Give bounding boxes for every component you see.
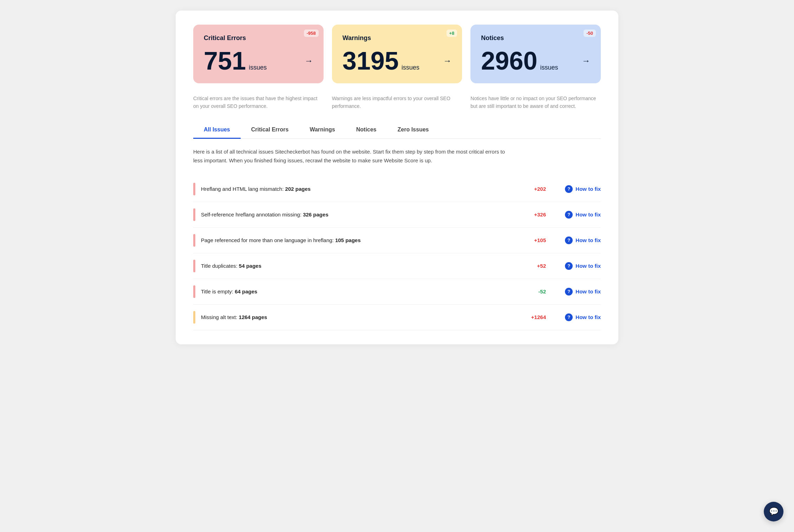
tab-critical[interactable]: Critical Errors	[241, 122, 299, 139]
issue-indicator-3	[193, 234, 195, 247]
card-title-critical: Critical Errors	[204, 34, 313, 42]
issue-indicator-4	[193, 260, 195, 272]
how-to-fix-label-3: How to fix	[575, 237, 601, 243]
tab-zero[interactable]: Zero Issues	[387, 122, 440, 139]
summary-card-warnings[interactable]: +8 Warnings 3195 issues →	[332, 25, 462, 83]
summary-desc-notices: Notices have little or no impact on your…	[470, 95, 601, 110]
summary-desc-critical: Critical errors are the issues that have…	[193, 95, 324, 110]
issue-text-3: Page referenced for more than one langua…	[201, 237, 516, 243]
count-label-critical: issues	[249, 64, 267, 71]
summary-descriptions: Critical errors are the issues that have…	[193, 95, 601, 110]
summary-desc-warnings: Warnings are less impactful errors to yo…	[332, 95, 462, 110]
card-count-notices: 2960 issues	[481, 48, 558, 73]
how-to-fix-label-6: How to fix	[575, 314, 601, 320]
count-label-warnings: issues	[402, 64, 419, 71]
issue-count-3: +105	[521, 237, 546, 243]
summary-cards: -958 Critical Errors 751 issues → +8 War…	[193, 25, 601, 83]
count-number-warnings: 3195	[343, 48, 399, 73]
issues-list: Hreflang and HTML lang mismatch: 202 pag…	[193, 176, 601, 330]
tab-warnings[interactable]: Warnings	[299, 122, 345, 139]
count-number-notices: 2960	[481, 48, 537, 73]
summary-card-notices[interactable]: -50 Notices 2960 issues →	[470, 25, 601, 83]
issue-indicator-1	[193, 183, 195, 195]
card-count-critical: 751 issues	[204, 48, 267, 73]
help-icon-2: ?	[565, 211, 573, 219]
card-badge-notices: -50	[584, 30, 596, 37]
issue-indicator-6	[193, 311, 195, 324]
help-icon-3: ?	[565, 236, 573, 244]
card-arrow-warnings: →	[443, 56, 451, 66]
issue-indicator-2	[193, 208, 195, 221]
help-icon-6: ?	[565, 313, 573, 321]
issue-row-6: Missing alt text: 1264 pages +1264 ? How…	[193, 305, 601, 330]
card-arrow-critical: →	[305, 56, 313, 66]
card-count-row-notices: 2960 issues →	[481, 48, 590, 73]
issue-text-2: Self-reference hreflang annotation missi…	[201, 212, 516, 218]
how-to-fix-label-2: How to fix	[575, 212, 601, 218]
issue-text-1: Hreflang and HTML lang mismatch: 202 pag…	[201, 186, 516, 192]
card-count-row-warnings: 3195 issues →	[343, 48, 452, 73]
how-to-fix-label-4: How to fix	[575, 263, 601, 269]
issue-count-2: +326	[521, 212, 546, 218]
how-to-fix-label-5: How to fix	[575, 288, 601, 294]
issue-count-5: -52	[521, 288, 546, 294]
issue-count-4: +52	[521, 263, 546, 269]
issue-text-6: Missing alt text: 1264 pages	[201, 314, 516, 320]
page-container: -958 Critical Errors 751 issues → +8 War…	[176, 11, 618, 344]
help-icon-5: ?	[565, 288, 573, 296]
card-arrow-notices: →	[582, 56, 590, 66]
chat-button[interactable]: 💬	[764, 502, 783, 521]
issue-text-4: Title duplicates: 54 pages	[201, 263, 516, 269]
tabs-row: All IssuesCritical ErrorsWarningsNotices…	[193, 122, 601, 139]
how-to-fix-1[interactable]: ? How to fix	[552, 185, 601, 193]
issue-count-6: +1264	[521, 314, 546, 320]
issue-row-4: Title duplicates: 54 pages +52 ? How to …	[193, 253, 601, 279]
summary-card-critical[interactable]: -958 Critical Errors 751 issues →	[193, 25, 324, 83]
tab-notices[interactable]: Notices	[346, 122, 387, 139]
how-to-fix-6[interactable]: ? How to fix	[552, 313, 601, 321]
issue-row-2: Self-reference hreflang annotation missi…	[193, 202, 601, 228]
how-to-fix-label-1: How to fix	[575, 186, 601, 192]
card-badge-critical: -958	[304, 30, 319, 37]
how-to-fix-3[interactable]: ? How to fix	[552, 236, 601, 244]
issue-row-1: Hreflang and HTML lang mismatch: 202 pag…	[193, 176, 601, 202]
help-icon-1: ?	[565, 185, 573, 193]
how-to-fix-4[interactable]: ? How to fix	[552, 262, 601, 270]
help-icon-4: ?	[565, 262, 573, 270]
card-count-warnings: 3195 issues	[343, 48, 419, 73]
issue-row-5: Title is empty: 64 pages -52 ? How to fi…	[193, 279, 601, 305]
count-number-critical: 751	[204, 48, 246, 73]
issues-description: Here is a list of all technical issues S…	[193, 147, 509, 165]
card-title-notices: Notices	[481, 34, 590, 42]
chat-icon: 💬	[769, 507, 779, 516]
card-badge-warnings: +8	[447, 30, 457, 37]
count-label-notices: issues	[540, 64, 558, 71]
how-to-fix-2[interactable]: ? How to fix	[552, 211, 601, 219]
issue-indicator-5	[193, 285, 195, 298]
tab-all[interactable]: All Issues	[193, 122, 241, 139]
issue-count-1: +202	[521, 186, 546, 192]
card-count-row-critical: 751 issues →	[204, 48, 313, 73]
how-to-fix-5[interactable]: ? How to fix	[552, 288, 601, 296]
card-title-warnings: Warnings	[343, 34, 452, 42]
issue-row-3: Page referenced for more than one langua…	[193, 228, 601, 253]
issue-text-5: Title is empty: 64 pages	[201, 288, 516, 294]
